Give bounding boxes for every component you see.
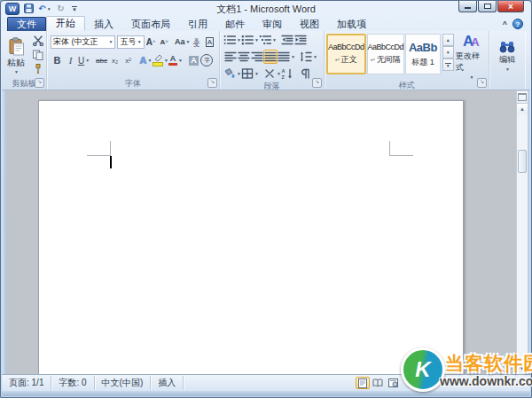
- scroll-down-icon[interactable]: ▼: [517, 363, 528, 374]
- font-name-combo[interactable]: 宋体 (中文正▼: [51, 35, 115, 49]
- subscript-button[interactable]: x₂: [108, 53, 121, 67]
- tab-references[interactable]: 引用: [179, 17, 216, 31]
- paragraph-dialog-launcher[interactable]: ↘: [312, 78, 322, 88]
- character-shading-button[interactable]: A: [187, 53, 200, 67]
- collapse-ribbon-icon[interactable]: ^: [503, 20, 507, 28]
- line-spacing-button[interactable]: ▼: [300, 50, 317, 64]
- enclose-characters-button[interactable]: 字: [200, 53, 214, 67]
- format-painter-icon[interactable]: [31, 63, 44, 75]
- bullets-button[interactable]: ▼: [223, 33, 241, 47]
- styles-scroll-down-icon[interactable]: ▼: [442, 46, 454, 59]
- status-insert-mode[interactable]: 插入: [151, 376, 184, 390]
- sort-letter-z: Z: [282, 74, 286, 80]
- outline-icon: [403, 378, 413, 387]
- ruler-toggle-button[interactable]: [517, 91, 528, 104]
- tab-addins[interactable]: 加载项: [328, 17, 375, 31]
- window-title: 文档1 - Microsoft Word: [1, 3, 531, 16]
- font-group-label: 字体: [47, 78, 219, 90]
- align-right-button[interactable]: [250, 50, 263, 64]
- shrink-font-button[interactable]: A˅: [158, 35, 171, 49]
- styles-gallery-more-icon[interactable]: ▼: [442, 59, 454, 71]
- numbering-button[interactable]: ▼: [241, 33, 259, 47]
- web-layout-icon: [388, 378, 398, 387]
- find-binoculars-icon: [499, 40, 515, 54]
- style-normal[interactable]: AaBbCcDd ↵正文: [326, 34, 366, 74]
- font-size-combo[interactable]: 五号▼: [117, 35, 144, 49]
- close-button[interactable]: ×: [497, 1, 524, 12]
- styles-scroll-up-icon[interactable]: ▲: [442, 34, 454, 46]
- scrollbar-thumb[interactable]: [518, 150, 527, 173]
- draft-view-button[interactable]: [416, 377, 430, 389]
- bold-button[interactable]: B: [51, 53, 64, 67]
- paste-button[interactable]: 粘贴 ▼: [4, 33, 28, 78]
- strikethrough-button[interactable]: abc: [95, 53, 108, 67]
- show-hide-marks-button[interactable]: [299, 66, 312, 81]
- status-word-count[interactable]: 字数: 0: [51, 376, 94, 390]
- font-size-value: 五号: [120, 36, 136, 48]
- web-layout-view-button[interactable]: [386, 377, 400, 389]
- scroll-up-icon[interactable]: ▲: [517, 104, 528, 114]
- text-effects-button[interactable]: A▼: [139, 53, 153, 67]
- window-bottom-frame: [2, 391, 530, 396]
- font-dialog-launcher[interactable]: ↘: [207, 78, 217, 88]
- tab-insert[interactable]: 插入: [85, 17, 122, 31]
- paragraph-style-mark: ↵: [371, 57, 376, 63]
- book-icon: [372, 378, 383, 387]
- underline-button[interactable]: U▼: [77, 53, 90, 67]
- help-icon[interactable]: ?: [512, 19, 523, 29]
- phonetic-guide-button[interactable]: w变: [190, 35, 203, 49]
- character-border-button[interactable]: A: [203, 35, 216, 49]
- word-window: W ↶▼ ↻ ▼ 文档1 - Microsoft Word × 文件 开始 插入…: [0, 0, 532, 398]
- tab-mailings[interactable]: 邮件: [216, 17, 254, 31]
- change-case-button[interactable]: Aa▼: [176, 35, 190, 49]
- styles-group-label: 样式: [325, 80, 489, 90]
- asian-layout-button[interactable]: ▼: [263, 66, 281, 81]
- italic-button[interactable]: I: [64, 53, 77, 67]
- tab-home[interactable]: 开始: [46, 16, 85, 31]
- font-color-button[interactable]: A ▼: [168, 53, 183, 67]
- document-area: ▲ ▼: [2, 90, 530, 375]
- justify-button[interactable]: [263, 50, 278, 64]
- sort-letter-a: A: [282, 68, 286, 74]
- shading-button[interactable]: ▼: [223, 66, 241, 81]
- change-styles-button[interactable]: AA 更改样式 ▼: [456, 33, 487, 80]
- tab-page-layout[interactable]: 页面布局: [122, 17, 179, 31]
- grow-font-button[interactable]: A˄: [145, 35, 158, 49]
- style-no-spacing[interactable]: AaBbCcDd ↵无间隔: [367, 34, 405, 74]
- decrease-indent-button[interactable]: [281, 33, 294, 47]
- change-styles-icon: AA: [463, 33, 480, 51]
- print-layout-view-button[interactable]: [356, 377, 370, 389]
- superscript-button[interactable]: x²: [121, 53, 135, 67]
- margin-corner-mark-top-left: [87, 141, 111, 156]
- style-heading1[interactable]: AaBb 标题 1: [405, 34, 441, 74]
- maximize-button[interactable]: [478, 1, 497, 12]
- paste-dropdown-icon[interactable]: ▼: [14, 69, 19, 74]
- group-styles: AaBbCcDd ↵正文 AaBbCcDd ↵无间隔 AaBb 标题 1 ▲ ▼…: [325, 31, 489, 90]
- styles-dialog-launcher[interactable]: ↘: [477, 78, 487, 88]
- minimize-button[interactable]: [458, 1, 477, 12]
- sort-button[interactable]: AZ: [281, 66, 294, 81]
- borders-button[interactable]: ▼: [241, 66, 259, 81]
- align-left-button[interactable]: [223, 50, 237, 64]
- tab-view[interactable]: 视图: [291, 17, 328, 31]
- status-page-count[interactable]: 页面: 1/1: [2, 376, 51, 390]
- increase-indent-button[interactable]: [294, 33, 308, 47]
- cut-icon[interactable]: [31, 35, 44, 47]
- status-language[interactable]: 中文(中国): [95, 376, 152, 390]
- copy-icon[interactable]: [31, 49, 44, 61]
- outline-view-button[interactable]: [401, 377, 415, 389]
- clipboard-dialog-launcher[interactable]: ↘: [35, 78, 44, 88]
- highlight-button[interactable]: ▼: [153, 53, 168, 67]
- distributed-button[interactable]: ▼: [278, 50, 295, 64]
- multilevel-list-button[interactable]: ▼: [259, 33, 277, 47]
- clipboard-small-buttons: [31, 33, 44, 78]
- vertical-scrollbar[interactable]: ▲ ▼: [516, 90, 528, 375]
- tab-review[interactable]: 审阅: [254, 17, 291, 31]
- document-page[interactable]: [38, 100, 464, 375]
- highlighter-icon: [153, 54, 163, 61]
- align-center-button[interactable]: [237, 50, 250, 64]
- group-clipboard: 粘贴 ▼ 剪贴板 ↘: [2, 31, 47, 90]
- fullscreen-reading-view-button[interactable]: [371, 377, 385, 389]
- editing-button[interactable]: 编辑 ▼: [499, 33, 515, 78]
- tab-file[interactable]: 文件: [7, 17, 46, 31]
